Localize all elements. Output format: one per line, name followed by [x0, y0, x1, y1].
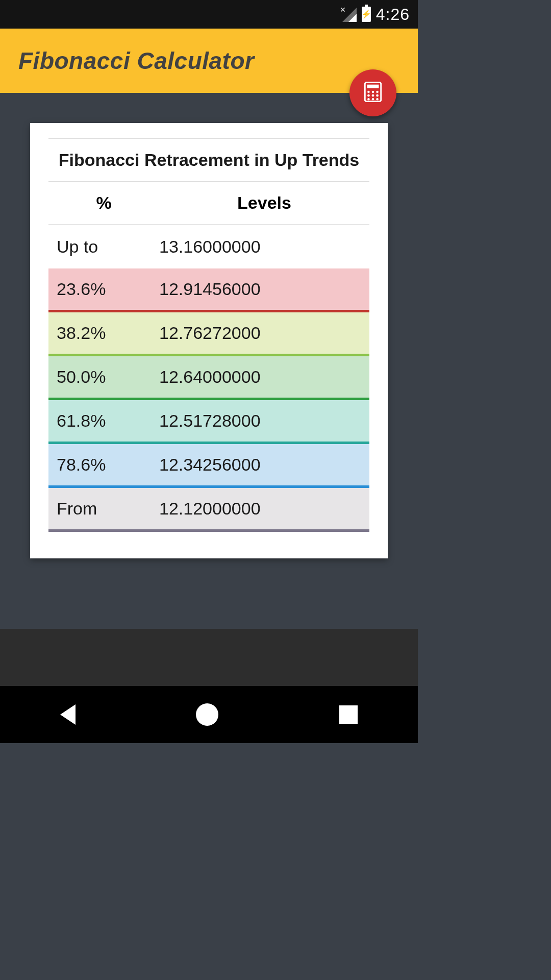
battery-charging-icon: ⚡ [362, 7, 371, 22]
status-clock: 4:26 [376, 5, 410, 24]
column-header-levels: Levels [159, 193, 369, 213]
calculator-icon [364, 82, 382, 104]
row-label: 61.8% [48, 411, 159, 431]
nav-recent-button[interactable] [339, 705, 358, 724]
table-row: From 12.12000000 [48, 488, 369, 532]
svg-point-8 [367, 98, 370, 101]
table-row: Up to 13.16000000 [48, 225, 369, 268]
table-row: 50.0% 12.64000000 [48, 356, 369, 400]
svg-point-5 [367, 94, 370, 97]
column-header-percent: % [48, 193, 159, 213]
row-label: From [48, 499, 159, 519]
calculator-fab[interactable] [349, 69, 396, 116]
row-level: 13.16000000 [159, 237, 369, 257]
svg-rect-1 [367, 85, 379, 88]
table-row: 78.6% 12.34256000 [48, 444, 369, 488]
row-level: 12.51728000 [159, 411, 369, 431]
table-header: % Levels [48, 182, 369, 225]
row-level: 12.12000000 [159, 499, 369, 519]
table-row: 38.2% 12.76272000 [48, 312, 369, 356]
row-level: 12.64000000 [159, 367, 369, 387]
navigation-bar [0, 686, 418, 743]
svg-point-7 [376, 94, 379, 97]
svg-point-4 [376, 91, 379, 93]
bottom-strip [0, 629, 418, 686]
nav-back-button[interactable] [60, 704, 76, 725]
svg-point-9 [372, 98, 374, 101]
table-row: 23.6% 12.91456000 [48, 268, 369, 312]
svg-point-2 [367, 91, 370, 93]
table-row: 61.8% 12.51728000 [48, 400, 369, 444]
row-level: 12.76272000 [159, 323, 369, 343]
svg-point-6 [372, 94, 374, 97]
svg-point-10 [376, 98, 379, 101]
card-title: Fibonacci Retracement in Up Trends [48, 150, 369, 170]
row-label: Up to [48, 237, 159, 257]
row-level: 12.34256000 [159, 455, 369, 475]
row-label: 78.6% [48, 455, 159, 475]
retracement-card: Fibonacci Retracement in Up Trends % Lev… [30, 123, 388, 558]
row-label: 38.2% [48, 323, 159, 343]
nav-home-button[interactable] [196, 703, 218, 726]
row-label: 50.0% [48, 367, 159, 387]
row-label: 23.6% [48, 279, 159, 299]
row-level: 12.91456000 [159, 279, 369, 299]
page-title: Fibonacci Calculator [18, 47, 254, 75]
svg-point-3 [372, 91, 374, 93]
status-bar: × ⚡ 4:26 [0, 0, 418, 29]
signal-icon: × [341, 7, 357, 22]
